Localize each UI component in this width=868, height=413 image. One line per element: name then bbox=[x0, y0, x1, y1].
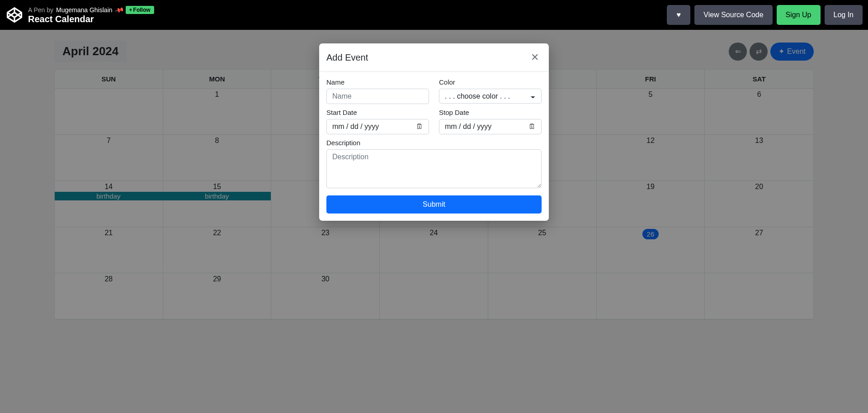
pin-icon: 📌 bbox=[114, 5, 124, 14]
log-in-button[interactable]: Log In bbox=[825, 5, 863, 25]
follow-label: Follow bbox=[133, 7, 151, 13]
heart-icon: ♥ bbox=[677, 11, 681, 19]
name-input[interactable] bbox=[326, 89, 429, 104]
plus-icon: + bbox=[129, 7, 132, 13]
pen-title[interactable]: React Calendar bbox=[28, 14, 154, 24]
calendar-icon: 🗓 bbox=[528, 123, 536, 131]
modal-title: Add Event bbox=[326, 52, 368, 63]
like-button[interactable]: ♥ bbox=[667, 5, 690, 25]
start-date-label: Start Date bbox=[326, 109, 429, 116]
name-label: Name bbox=[326, 78, 429, 86]
submit-button[interactable]: Submit bbox=[326, 195, 542, 214]
stop-date-value: mm / dd / yyyy bbox=[445, 123, 491, 131]
description-textarea[interactable] bbox=[326, 149, 542, 188]
pen-meta: A Pen by Mugemana Ghislain 📌 + Follow Re… bbox=[28, 6, 154, 24]
follow-button[interactable]: + Follow bbox=[126, 6, 154, 14]
stop-date-input[interactable]: mm / dd / yyyy 🗓 bbox=[439, 119, 542, 134]
topbar: A Pen by Mugemana Ghislain 📌 + Follow Re… bbox=[0, 0, 868, 30]
calendar-icon: 🗓 bbox=[416, 123, 423, 131]
sign-up-button[interactable]: Sign Up bbox=[777, 5, 821, 25]
start-date-input[interactable]: mm / dd / yyyy 🗓 bbox=[326, 119, 429, 134]
modal-close-button[interactable]: ✕ bbox=[528, 51, 542, 64]
view-source-button[interactable]: View Source Code bbox=[694, 5, 772, 25]
codepen-logo-icon[interactable] bbox=[5, 6, 24, 24]
author-link[interactable]: Mugemana Ghislain bbox=[56, 6, 113, 14]
pen-by-label: A Pen by bbox=[28, 6, 53, 14]
color-select[interactable]: . . . choose color . . . bbox=[439, 89, 542, 104]
add-event-modal: Add Event ✕ Name Color . . . choose colo… bbox=[319, 43, 549, 221]
color-label: Color bbox=[439, 78, 542, 86]
start-date-value: mm / dd / yyyy bbox=[332, 123, 379, 131]
description-label: Description bbox=[326, 139, 542, 147]
close-icon: ✕ bbox=[531, 52, 539, 63]
stop-date-label: Stop Date bbox=[439, 109, 542, 116]
